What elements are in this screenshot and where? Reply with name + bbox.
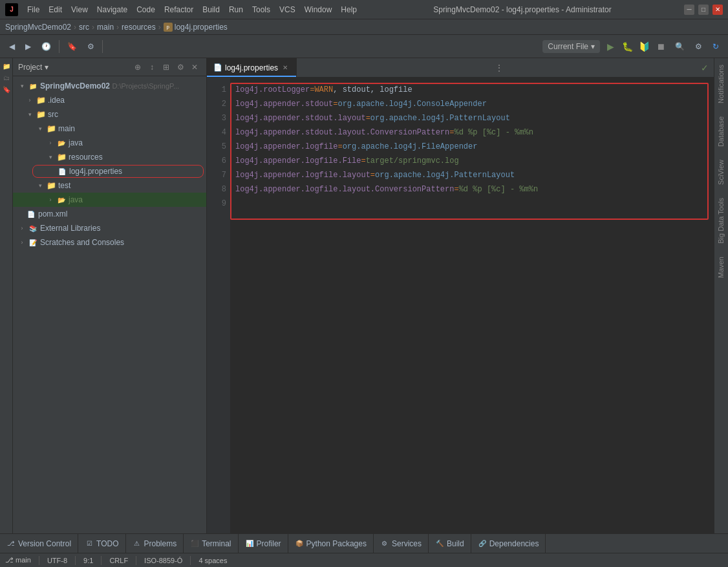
ide-settings-button[interactable]: ⚙ [691, 40, 706, 53]
bottom-tab-todo[interactable]: ☑ TODO [78, 534, 125, 553]
tab-close-button[interactable]: ✕ [281, 63, 290, 72]
search-everywhere-button[interactable]: 🔍 [671, 40, 689, 53]
tree-item-java[interactable]: › 📂 java [13, 136, 206, 150]
tree-label: resources [69, 153, 103, 162]
structure-icon[interactable]: 🗂 [1, 72, 12, 83]
right-tab-database[interactable]: Database [714, 110, 729, 153]
tree-label: test [58, 181, 70, 190]
line-number: 3 [207, 111, 226, 125]
scope-button[interactable]: ⊕ [131, 61, 144, 74]
menu-code[interactable]: Code [133, 4, 159, 16]
tree-item-idea[interactable]: › 📁 .idea [13, 93, 206, 107]
line-number: 6 [207, 154, 226, 168]
close-button[interactable]: ✕ [712, 5, 723, 15]
bookmark-button[interactable]: 🔖 [63, 40, 81, 53]
breadcrumb-src[interactable]: src [79, 23, 89, 32]
close-panel-button[interactable]: ✕ [188, 61, 201, 74]
run-with-coverage-button[interactable]: 🔰 [636, 39, 652, 54]
menu-view[interactable]: View [67, 4, 92, 16]
breadcrumb-main[interactable]: main [97, 23, 114, 32]
tree-label: java [69, 195, 83, 204]
version-control-icon: ⎇ [6, 539, 16, 548]
bottom-tab-services[interactable]: ⚙ Services [374, 534, 429, 553]
tree-item-test[interactable]: ▾ 📁 test [13, 178, 206, 193]
right-tab-bigdata[interactable]: Big Data Tools [714, 191, 729, 250]
menu-run[interactable]: Run [225, 4, 247, 16]
bottom-tab-terminal[interactable]: ⬛ Terminal [184, 534, 238, 553]
breadcrumb-project[interactable]: SpringMvcDemo02 [5, 23, 71, 32]
bottom-tab-profiler[interactable]: 📊 Profiler [239, 534, 288, 553]
bottom-tab-problems[interactable]: ⚠ Problems [126, 534, 184, 553]
status-line-ending[interactable]: CRLF [109, 557, 128, 564]
bottom-tab-dependencies[interactable]: 🔗 Dependencies [471, 534, 546, 553]
line-number: 1 [207, 83, 226, 97]
menu-build[interactable]: Build [198, 4, 224, 16]
bookmarks-icon[interactable]: 🔖 [1, 84, 12, 94]
project-icon[interactable]: 📁 [1, 61, 12, 71]
menu-help[interactable]: Help [337, 4, 361, 16]
expand-arrow-icon: ▾ [47, 153, 54, 161]
project-actions: ⊕ ↕ ⊞ ⚙ ✕ [131, 61, 201, 74]
stop-button[interactable]: ⏹ [653, 39, 669, 54]
back-button[interactable]: ◀ [5, 40, 19, 53]
menu-tools[interactable]: Tools [248, 4, 274, 16]
bottom-tab-python-packages[interactable]: 📦 Python Packages [288, 534, 374, 553]
menu-window[interactable]: Window [301, 4, 336, 16]
tree-item-resources[interactable]: ▾ 📁 resources [13, 150, 206, 164]
sort-button[interactable]: ↕ [145, 61, 158, 74]
expand-all-button[interactable]: ⊞ [160, 61, 173, 74]
right-tab-sciview[interactable]: SciView [714, 153, 729, 191]
tree-item-java-test[interactable]: › 📂 java [13, 193, 206, 207]
project-title: Project ▾ [18, 63, 131, 72]
tree-item-scratches[interactable]: › 📝 Scratches and Consoles [13, 235, 206, 250]
status-encoding[interactable]: UTF-8 [47, 557, 67, 564]
editor-tab-log4j[interactable]: 📄 log4j.properties ✕ [207, 58, 297, 77]
update-button[interactable]: ↻ [709, 40, 723, 53]
recent-files-button[interactable]: 🕐 [37, 40, 55, 53]
minimize-button[interactable]: ─ [684, 5, 694, 15]
tree-item-springmvcdemo02[interactable]: ▾ 📁 SpringMvcDemo02 D:\Projects\SpringP.… [13, 79, 206, 93]
current-file-dropdown[interactable]: Current File ▾ [542, 40, 600, 53]
tree-item-log4j[interactable]: 📄 log4j.properties [13, 164, 206, 178]
settings-button[interactable]: ⚙ [83, 40, 98, 53]
expand-arrow-icon: ▾ [18, 82, 26, 90]
tree-label: pom.xml [38, 209, 67, 219]
tree-item-external-libraries[interactable]: › 📚 External Libraries [13, 221, 206, 235]
scratches-icon: 📝 [28, 237, 38, 248]
menu-edit[interactable]: Edit [45, 4, 66, 16]
debug-button[interactable]: 🐛 [619, 39, 635, 54]
project-header: Project ▾ ⊕ ↕ ⊞ ⚙ ✕ [13, 58, 206, 76]
editor-tabs: 📄 log4j.properties ✕ ⋮ ✓ [207, 58, 714, 78]
tree-label: SpringMvcDemo02 D:\Projects\SpringP... [40, 81, 179, 91]
menu-file[interactable]: File [23, 4, 43, 16]
current-file-label: Current File [548, 42, 588, 51]
settings-gear-icon[interactable]: ⚙ [174, 61, 187, 74]
window-title: SpringMvcDemo02 - log4j.properties - Adm… [361, 5, 684, 14]
status-spaces[interactable]: 4 spaces [198, 557, 227, 564]
menu-vcs[interactable]: VCS [275, 4, 299, 16]
bottom-tab-version-control[interactable]: ⎇ Version Control [0, 534, 78, 553]
editor-content: 1 2 3 4 5 6 7 8 9 log4j.rootLogger=WARN,… [207, 78, 714, 533]
status-git[interactable]: ⎇ main [5, 556, 31, 564]
forward-button[interactable]: ▶ [21, 40, 35, 53]
run-button[interactable]: ▶ [603, 39, 618, 54]
menu-bar: File Edit View Navigate Code Refactor Bu… [23, 4, 361, 16]
breadcrumb-resources[interactable]: resources [122, 23, 156, 32]
tree-item-pom[interactable]: 📄 pom.xml [13, 207, 206, 221]
code-line-4: log4j.appender.stdout.layout.ConversionP… [235, 125, 709, 140]
status-charset[interactable]: ISO-8859-Ó [144, 557, 182, 564]
code-editor[interactable]: log4j.rootLogger=WARN, stdout, logfile l… [230, 78, 714, 533]
right-tab-notifications[interactable]: Notifications [714, 58, 729, 110]
tree-item-src[interactable]: ▾ 📁 src [13, 107, 206, 122]
bottom-tab-build[interactable]: 🔨 Build [429, 534, 471, 553]
tabs-more-button[interactable]: ⋮ [493, 61, 506, 74]
expand-arrow-icon: › [18, 224, 26, 232]
line-number: 7 [207, 168, 226, 182]
maximize-button[interactable]: □ [698, 5, 709, 15]
menu-refactor[interactable]: Refactor [160, 4, 197, 16]
tree-item-main[interactable]: ▾ 📁 main [13, 122, 206, 136]
menu-navigate[interactable]: Navigate [93, 4, 131, 16]
right-tab-maven[interactable]: Maven [714, 250, 729, 284]
build-icon: 🔨 [435, 539, 444, 548]
status-position[interactable]: 9:1 [83, 557, 93, 564]
